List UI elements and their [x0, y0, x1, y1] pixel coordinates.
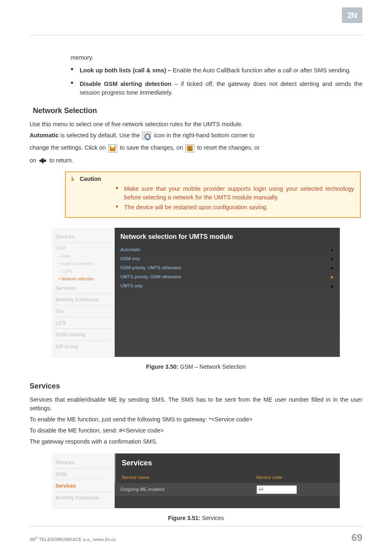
radio-icon[interactable] [330, 248, 334, 252]
network-intro: Use this menu to select one of five netw… [30, 120, 362, 129]
ss1-nav-clips[interactable]: • CLIPs [55, 268, 111, 276]
auto-text-2b: to save the changes, on [120, 144, 184, 151]
ss1-nav-me[interactable]: Mobility Extension [55, 295, 111, 305]
caution-title: ! Caution [66, 172, 360, 185]
services-p2: To enable the ME function, just send the… [30, 415, 362, 424]
ss1-row-1[interactable]: GSM only [115, 254, 340, 264]
save-icon [108, 144, 117, 153]
figure-3-50-caption: Figure 3.50: GSM – Network Selection [30, 363, 362, 371]
ss2-nav-me[interactable]: Mobility Extension [55, 493, 111, 503]
ss2-table-row: Outgoing ME enabled: 44 [115, 483, 340, 496]
caution-item-1: Make sure that your mobile provider supp… [116, 185, 354, 201]
wrench-icon [142, 132, 151, 140]
ss1-row-3-label: UMTS priority, GSM otherwise [120, 274, 181, 280]
bullet-disable-bold: Disable GSM alerting detection [80, 81, 171, 87]
fig2-rest: Services [201, 515, 224, 521]
page-header: 2N [30, 0, 362, 35]
fig1-rest: GSM – Network Selection [178, 363, 246, 370]
ss2-col-service-name: Service name [116, 474, 250, 481]
services-p4: The gateway responds with a confirmation… [30, 437, 362, 446]
bullet-lookup: Look up both lists (call & sms) – Enable… [71, 66, 362, 75]
ss2-main-title: Services [115, 453, 340, 472]
automatic-line-2: change the settings. Click on to save th… [30, 142, 362, 154]
radio-icon[interactable] [330, 257, 334, 261]
ss1-row-2-label: GSM priority, UMTS otherwise [120, 265, 181, 271]
auto-text-1c: icon in the right-hand bottom corner to [154, 132, 254, 139]
ss1-row-4-label: UMTS only [120, 283, 143, 289]
ss2-nav: Devices GSM Services Mobility Extension [52, 453, 115, 508]
footer-2n: 2N [30, 537, 35, 542]
ss2-main: Services Service name Service code Outgo… [115, 453, 340, 508]
ss1-nav-fax[interactable]: Fax [55, 306, 111, 317]
service-code-input[interactable]: 44 [256, 486, 297, 494]
ss1-nav-audio[interactable]: • Audio parameters [55, 260, 111, 268]
ss1-nav-pins[interactable]: • PINs [55, 253, 111, 261]
screenshot-services: Devices GSM Services Mobility Extension … [52, 453, 340, 508]
ss2-nav-services[interactable]: Services [55, 481, 111, 492]
ss1-nav: Devices GSM • PINs • Audio parameters • … [52, 228, 115, 357]
figure-3-51-caption: Figure 3.51: Services [30, 514, 362, 522]
ss1-nav-devices: Devices [55, 232, 111, 243]
auto-text-3a: on [30, 157, 38, 164]
ss2-row-label: Outgoing ME enabled: [115, 486, 250, 493]
services-p3: To disable the ME function, send: #<Serv… [30, 426, 362, 435]
ss1-row-0-label: Automatic [120, 247, 141, 253]
bullet-lookup-rest: Enable the Auto CallBack function after … [173, 67, 351, 74]
ss1-row-2[interactable]: GSM priority, UMTS otherwise [115, 264, 340, 273]
logo-2n: 2N [342, 7, 362, 23]
automatic-line-1: Automatic is selected by default. Use th… [30, 131, 362, 140]
ss1-nav-lcr[interactable]: LCR [55, 318, 111, 329]
footer-company: 2N® TELEKOMUNIKACE a.s., www.2n.cz [30, 536, 116, 542]
network-selection-heading: Network Selection [33, 105, 362, 116]
bullet-lookup-bold: Look up both lists (call & sms) – [80, 67, 173, 74]
auto-text-1b: is selected by default. Use the [59, 132, 142, 139]
auto-text-2a: change the settings. Click on [30, 144, 107, 151]
ss2-nav-gsm[interactable]: GSM [55, 469, 111, 480]
ss1-row-3[interactable]: UMTS priority, GSM otherwise [115, 273, 340, 282]
bullet-disable-gsm: Disable GSM alerting detection – if tick… [71, 80, 362, 97]
ss1-nav-services[interactable]: Services [55, 283, 111, 294]
auto-text-3b: to return. [49, 157, 73, 164]
automatic-bold: Automatic [30, 132, 59, 139]
radio-icon-selected[interactable] [330, 275, 334, 280]
services-p1: Services that enable/disable ME by sendi… [30, 395, 362, 413]
ss1-nav-sip[interactable]: SIP proxy [55, 342, 111, 352]
ss2-col-service-code: Service code [250, 474, 340, 481]
footer-rest: TELEKOMUNIKACE a.s., www.2n.cz [38, 537, 116, 542]
ss1-nav-gsmrouting[interactable]: GSM routing [55, 330, 111, 340]
ss1-main-title: Network selection for UMTS module [115, 228, 340, 245]
caution-item-2: The device will be restarted upon config… [116, 203, 354, 211]
page-footer: 2N® TELEKOMUNIKACE a.s., www.2n.cz 69 [30, 526, 362, 543]
fig2-bold: Figure 3.51: [168, 515, 201, 521]
services-heading: Services [30, 381, 362, 391]
caution-title-text: Caution [80, 176, 101, 182]
screenshot-network-selection: Devices GSM • PINs • Audio parameters • … [52, 228, 340, 357]
page-number: 69 [351, 532, 362, 543]
ss1-row-4[interactable]: UMTS only [115, 282, 340, 291]
ss2-table-head: Service name Service code [115, 472, 340, 483]
radio-icon[interactable] [330, 284, 334, 289]
memory-text: memory. [71, 54, 93, 61]
back-arrow-icon [39, 157, 47, 165]
ss1-main: Network selection for UMTS module Automa… [115, 228, 340, 357]
radio-icon[interactable] [330, 266, 334, 271]
ss1-nav-netsel[interactable]: • Network selection [55, 275, 111, 283]
ss1-row-0[interactable]: Automatic [115, 245, 340, 254]
ss1-row-1-label: GSM only [120, 256, 140, 262]
reset-icon [185, 144, 194, 153]
ss2-nav-devices: Devices [55, 458, 111, 468]
ss1-nav-gsm[interactable]: GSM [55, 244, 111, 253]
automatic-line-3: on to return. [30, 156, 362, 165]
caution-box: ! Caution Make sure that your mobile pro… [65, 171, 361, 218]
feature-bullets: Look up both lists (call & sms) – Enable… [71, 66, 362, 97]
auto-text-2c: to reset the changes, or [197, 144, 259, 151]
fig1-bold: Figure 3.50: [146, 363, 179, 370]
